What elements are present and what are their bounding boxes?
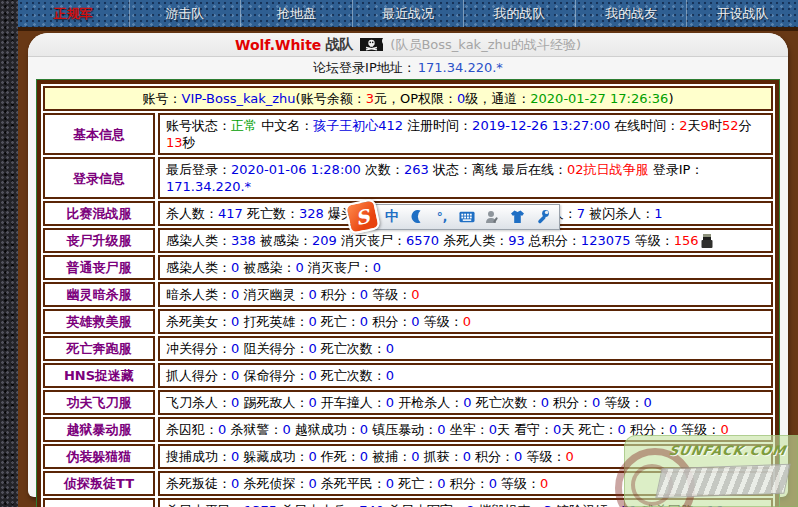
ime-toolbar-bar: 中°, [369,204,560,230]
text-segment: 0 [308,340,316,357]
text-segment: 搜捕成功： [166,448,231,465]
text-segment: 0 [308,367,316,384]
text-segment: 1 [654,205,662,222]
text-segment: 0 [386,394,394,411]
nav-item-1[interactable]: 游击队 [129,0,241,27]
text-segment: 抓获： [420,448,463,465]
text-segment: 杀日本士兵： [277,502,359,507]
row-label: 普通丧尸服 [43,255,155,280]
text-segment: 740 [359,502,384,507]
text-segment: 0 [231,313,239,330]
text-segment: 被感染： [256,232,312,249]
text-segment: 被捕： [368,448,411,465]
text-segment: 作死： [317,448,360,465]
text-segment: 0 [373,259,381,276]
text-segment: 0 [282,421,290,438]
text-segment: 死亡次数： [472,394,541,411]
text-segment: 积分： [368,313,411,330]
text-segment: 0 [308,286,316,303]
text-segment: 0 [566,448,574,465]
text-segment: 阻关得分： [239,340,308,357]
text-segment: 中文名： [257,117,313,134]
chinese-mode-icon[interactable]: 中 [384,209,400,225]
text-segment: 秒 [183,134,196,151]
sogou-logo-icon[interactable]: S [344,198,381,235]
text-segment: 状态：离线 最后在线： [429,161,567,178]
nav-item-6[interactable]: 开设战队 [686,0,798,27]
text-segment: 0 [553,421,561,438]
text-segment: 元，OP权限： [374,91,457,106]
text-segment: 杀人数： [166,205,218,222]
text-segment: 消灭丧尸： [337,232,406,249]
text-segment: 等级： [420,313,463,330]
main-panel: Wolf.White战队 (队员Boss_kak_zhu的战斗经验) 论坛登录I… [28,33,788,497]
punctuation-icon[interactable]: °, [434,209,450,225]
stat-row-6: 英雄救美服杀死美女：0 打死英雄：0 死亡：0 积分：0 等级：0 [43,309,773,334]
nav-item-5[interactable]: 我的战友 [575,0,687,27]
forum-ip-line: 论坛登录IP地址： 171.34.220.* [28,57,788,78]
nav-item-0[interactable]: 正规军 [18,0,129,27]
text-segment: 0 [592,394,600,411]
text-segment: 0 [437,475,445,492]
text-segment: 注册时间： [403,117,472,134]
text-segment: 0 [514,448,522,465]
user-icon[interactable] [484,209,500,225]
text-segment: 死亡： [317,313,360,330]
text-segment: 被感染： [239,259,295,276]
text-segment: 死亡次数： [317,340,386,357]
text-segment: 8 [466,502,474,507]
text-segment: 次数： [361,161,404,178]
text-segment: 02抗日战争服 [567,161,649,178]
text-segment: 0 [618,421,626,438]
row-label: 伪装躲猫猫 [43,444,155,469]
text-segment: 2020-01-06 1:28:00 [231,161,361,178]
stat-row-4: 普通丧尸服感染人类：0 被感染：0 消灭丧尸：0 [43,255,773,280]
text-segment: 0 [360,313,368,330]
text-segment: 93 [508,232,525,249]
pirate-flag-icon [359,37,384,52]
wrench-icon[interactable] [534,209,550,225]
text-segment: 摧毁坦克： [474,502,543,507]
row-label: HNS捉迷藏 [43,363,155,388]
nav-item-2[interactable]: 抢地盘 [240,0,352,27]
text-segment: 镇压暴动： [368,421,437,438]
text-segment: 开枪杀人： [394,394,463,411]
stat-row-8: HNS捉迷藏抓人得分：0 保命得分：0 死亡次数：0 [43,363,773,388]
row-content: 杀死美女：0 打死英雄：0 死亡：0 积分：0 等级：0 [158,309,773,334]
text-segment: 0 [360,286,368,303]
text-segment: 0 [411,286,419,303]
text-segment: 保命得分： [239,367,308,384]
text-segment: 消灭丧尸： [304,259,373,276]
text-segment: 等级： [631,232,674,249]
skin-tshirt-icon[interactable] [509,209,525,225]
nav-item-3[interactable]: 最近战况 [352,0,464,27]
text-segment: 0 [411,448,419,465]
text-segment: 0 [437,421,445,438]
text-segment: 杀狱警： [226,421,282,438]
text-segment: ) [668,91,673,106]
text-segment: 积分： [317,286,360,303]
text-segment: 0 [360,448,368,465]
moon-icon[interactable] [409,209,425,225]
ime-toolbar: S 中°, [347,201,560,232]
top-navbar: 正规军游击队抢地盘最近战况我的战队我的战友开设战队 [18,0,798,31]
row-content: 账号状态：正常 中文名：孩子王初心412 注册时间：2019-12-26 13:… [158,113,773,155]
stat-row-7: 死亡奔跑服冲关得分：0 阻关得分：0 死亡次数：0 [43,336,773,361]
text-segment: 登录IP： [649,161,704,178]
nav-item-4[interactable]: 我的战队 [463,0,575,27]
text-segment: 0 [231,394,239,411]
row-label: 侦探叛徒TT [43,471,155,496]
keyboard-icon[interactable] [459,209,475,225]
watermark-stylized-text [655,464,790,498]
text-segment: 天 死亡： [561,421,617,438]
text-segment: 飞刀杀人： [166,394,231,411]
text-segment: 3 [544,502,552,507]
text-segment: 0 [541,394,549,411]
stat-row-5: 幽灵暗杀服暗杀人类：0 消灭幽灵：0 积分：0 等级：0 [43,282,773,307]
text-segment: 0 [540,475,548,492]
account-row: 账号：VIP-Boss_kak_zhu(账号余额：3元，OP权限：0级，通道：2… [43,86,773,111]
row-content: 冲关得分：0 阻关得分：0 死亡次数：0 [158,336,773,361]
team-word-label: 战队 [325,36,353,54]
text-segment: 52 [722,117,739,134]
text-segment: 2019-12-26 13:27:00 [472,117,610,134]
